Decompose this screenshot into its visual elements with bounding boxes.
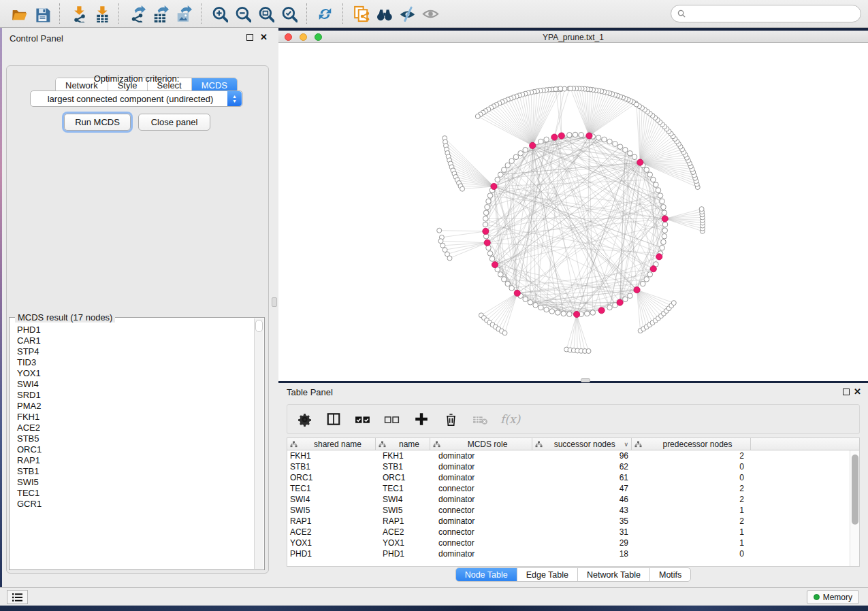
export-network-icon[interactable]: [125, 3, 148, 24]
satellite-node[interactable]: [671, 301, 676, 306]
mcds-result-item[interactable]: PMA2: [17, 401, 253, 412]
satellite-node[interactable]: [553, 87, 558, 92]
close-table-panel-icon[interactable]: ✕: [854, 387, 861, 396]
mcds-result-item[interactable]: TID3: [17, 357, 253, 368]
dominator-node[interactable]: [573, 311, 579, 317]
satellite-node[interactable]: [447, 256, 452, 261]
network-node[interactable]: [579, 132, 584, 137]
tab-edge-table[interactable]: Edge Table: [517, 568, 578, 581]
network-node[interactable]: [533, 303, 539, 308]
mcds-result-item[interactable]: YOX1: [17, 368, 253, 379]
network-node[interactable]: [656, 188, 661, 193]
dominator-node[interactable]: [492, 262, 498, 268]
dominator-node[interactable]: [634, 286, 640, 293]
zoom-selected-icon[interactable]: [277, 3, 300, 24]
table-row[interactable]: ACE2ACE2connector311: [287, 527, 859, 538]
network-node[interactable]: [528, 300, 533, 306]
columns-icon[interactable]: [325, 410, 342, 428]
network-node[interactable]: [483, 222, 488, 227]
network-node[interactable]: [487, 251, 493, 257]
network-node[interactable]: [498, 272, 503, 278]
add-row-icon[interactable]: [413, 410, 430, 428]
dominator-node[interactable]: [551, 134, 558, 140]
mcds-result-item[interactable]: PHD1: [17, 325, 253, 335]
mcds-result-list[interactable]: PHD1CAR1STP4TID3YOX1SWI4SRD1PMA2FKH1ACE2…: [10, 325, 253, 568]
dominator-node[interactable]: [491, 183, 497, 189]
network-node[interactable]: [498, 172, 503, 178]
table-scrollbar[interactable]: [850, 450, 859, 566]
mcds-result-item[interactable]: STB5: [17, 433, 253, 444]
gear-icon[interactable]: [295, 410, 313, 428]
mcds-result-item[interactable]: FKH1: [17, 412, 253, 423]
network-node[interactable]: [561, 311, 566, 316]
network-node[interactable]: [544, 137, 549, 142]
network-node[interactable]: [654, 182, 659, 188]
network-node[interactable]: [623, 297, 628, 302]
network-node[interactable]: [651, 177, 656, 182]
satellite-node[interactable]: [475, 114, 480, 118]
network-node[interactable]: [555, 310, 560, 316]
network-titlebar[interactable]: YPA_prune.txt_1: [278, 31, 868, 43]
satellite-node[interactable]: [440, 243, 445, 248]
horizontal-splitter-handle[interactable]: [581, 378, 590, 382]
network-node[interactable]: [489, 257, 495, 262]
network-node[interactable]: [662, 222, 668, 227]
dominator-node[interactable]: [586, 133, 592, 139]
mcds-result-item[interactable]: STP4: [17, 346, 253, 357]
satellite-node[interactable]: [568, 86, 573, 91]
network-node[interactable]: [513, 154, 519, 160]
dominator-node[interactable]: [656, 254, 662, 260]
network-node[interactable]: [486, 199, 492, 204]
satellite-node[interactable]: [438, 239, 443, 244]
network-node[interactable]: [505, 281, 511, 286]
satellite-node[interactable]: [502, 331, 507, 335]
table-row[interactable]: STB1STB1dominator620: [287, 461, 859, 472]
deselect-all-checkboxes-icon[interactable]: [383, 410, 401, 428]
table-row[interactable]: TEC1TEC1connector472: [287, 483, 859, 494]
dominator-node[interactable]: [637, 159, 643, 165]
table-row[interactable]: YOX1YOX1connector291: [287, 538, 859, 548]
dominator-node[interactable]: [558, 133, 564, 139]
mcds-result-item[interactable]: RAP1: [17, 455, 253, 466]
network-node[interactable]: [640, 281, 645, 286]
mcds-result-item[interactable]: GCR1: [17, 499, 253, 510]
column-header-successor-nodes[interactable]: successor nodes∨: [532, 438, 632, 450]
search-box[interactable]: [671, 5, 861, 22]
network-node[interactable]: [623, 147, 628, 152]
vertical-splitter[interactable]: [271, 28, 278, 587]
mcds-result-item[interactable]: ACE2: [17, 423, 253, 433]
table-row[interactable]: SWI4SWI4dominator462: [287, 494, 859, 505]
network-node[interactable]: [549, 309, 555, 314]
table-row[interactable]: FKH1FKH1dominator962: [287, 450, 859, 461]
network-node[interactable]: [485, 204, 490, 210]
open-file-icon[interactable]: [7, 3, 30, 24]
satellite-node[interactable]: [460, 186, 465, 191]
network-node[interactable]: [662, 210, 667, 216]
dominator-node[interactable]: [598, 308, 605, 314]
task-history-button[interactable]: [7, 590, 28, 604]
network-node[interactable]: [518, 150, 524, 156]
dominator-node[interactable]: [662, 216, 668, 222]
network-node[interactable]: [509, 286, 515, 291]
import-network-icon[interactable]: [66, 3, 89, 24]
network-node[interactable]: [596, 135, 601, 141]
network-node[interactable]: [501, 277, 507, 282]
mcds-result-item[interactable]: CAR1: [17, 335, 253, 346]
dominator-node[interactable]: [530, 142, 536, 148]
network-node[interactable]: [647, 272, 653, 278]
table-row[interactable]: ORC1ORC1dominator610: [287, 472, 859, 483]
tab-network-table[interactable]: Network Table: [578, 568, 650, 581]
network-node[interactable]: [539, 139, 544, 144]
table-row[interactable]: SWI5SWI5connector431: [287, 505, 859, 516]
network-node[interactable]: [628, 150, 633, 156]
select-all-checkboxes-icon[interactable]: [354, 410, 372, 428]
mcds-result-item[interactable]: SWI5: [17, 477, 253, 488]
network-node[interactable]: [647, 172, 653, 178]
network-node[interactable]: [509, 159, 515, 164]
close-panel-button[interactable]: Close panel: [138, 114, 210, 131]
network-node[interactable]: [644, 167, 649, 173]
network-node[interactable]: [607, 139, 613, 144]
result-scrollbar-thumb[interactable]: [255, 320, 263, 332]
network-node[interactable]: [644, 277, 649, 282]
network-node[interactable]: [590, 310, 596, 316]
